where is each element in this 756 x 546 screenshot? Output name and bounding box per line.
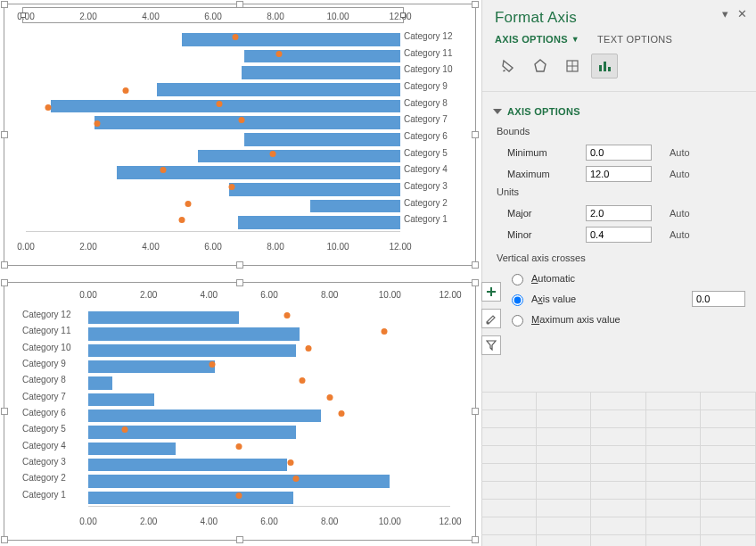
data-point[interactable] [284, 312, 291, 318]
resize-handle[interactable] [472, 536, 479, 543]
data-point[interactable] [236, 443, 242, 450]
resize-handle[interactable] [1, 1, 8, 8]
major-auto-button[interactable]: Auto [666, 206, 694, 220]
grid-cell[interactable] [481, 517, 537, 535]
grid-cell[interactable] [537, 410, 592, 428]
data-bar[interactable] [88, 475, 390, 487]
grid-cell[interactable] [591, 482, 646, 500]
grid-cell[interactable] [537, 500, 592, 517]
data-point[interactable] [326, 394, 333, 401]
grid-cell[interactable] [646, 517, 702, 535]
grid-cell[interactable] [701, 482, 756, 500]
resize-handle[interactable] [472, 1, 479, 8]
section-axis-options[interactable]: AXIS OPTIONS [493, 103, 745, 124]
data-bar[interactable] [244, 133, 400, 146]
grid-cell[interactable] [481, 500, 537, 517]
minimum-input[interactable] [586, 145, 652, 161]
data-point[interactable] [123, 87, 129, 94]
grid-cell[interactable] [701, 517, 756, 535]
vc-axis-value-radio[interactable] [512, 294, 523, 306]
data-point[interactable] [94, 120, 101, 127]
data-bar[interactable] [242, 66, 401, 79]
data-point[interactable] [238, 117, 244, 123]
data-bar[interactable] [117, 166, 401, 179]
data-bar[interactable] [88, 344, 296, 357]
grid-cell[interactable] [481, 428, 537, 446]
data-bar[interactable] [88, 360, 215, 373]
resize-handle[interactable] [236, 261, 243, 269]
vc-automatic-label[interactable]: Automatic [531, 273, 575, 284]
grid-cell[interactable] [537, 535, 592, 546]
grid-cell[interactable] [481, 482, 537, 500]
grid-cell[interactable] [701, 410, 756, 428]
tab-text-options[interactable]: TEXT OPTIONS [597, 34, 672, 45]
grid-cell[interactable] [646, 535, 702, 546]
data-point[interactable] [209, 361, 215, 368]
grid-cell[interactable] [646, 410, 702, 428]
data-bar[interactable] [88, 376, 112, 389]
data-point[interactable] [381, 328, 387, 335]
vc-maximum-label[interactable]: Maximum axis value [531, 314, 620, 325]
vc-maximum-radio[interactable] [512, 315, 523, 327]
data-point[interactable] [179, 217, 185, 223]
data-bar[interactable] [88, 327, 300, 340]
data-point[interactable] [275, 51, 282, 57]
data-bar[interactable] [88, 443, 176, 455]
resize-handle[interactable] [236, 279, 243, 286]
data-bar[interactable] [157, 83, 400, 96]
grid-cell[interactable] [701, 393, 756, 410]
chart-top[interactable]: 0.002.004.006.008.0010.0012.000.002.004.… [4, 4, 476, 266]
data-bar[interactable] [88, 492, 293, 504]
chart-styles-button[interactable] [481, 309, 501, 328]
grid-cell[interactable] [591, 446, 646, 464]
grid-cell[interactable] [591, 535, 646, 546]
grid-cell[interactable] [701, 428, 756, 446]
grid-cell[interactable] [537, 446, 592, 464]
spreadsheet-grid[interactable] [481, 392, 756, 546]
data-bar[interactable] [310, 200, 401, 213]
data-point[interactable] [160, 167, 167, 173]
data-point[interactable] [305, 345, 311, 352]
chart-bottom[interactable]: 0.002.004.006.008.0010.0012.000.002.004.… [4, 282, 476, 541]
vc-axis-value-label[interactable]: Axis value [531, 294, 576, 304]
grid-cell[interactable] [591, 464, 646, 482]
effects-icon[interactable] [527, 54, 554, 79]
grid-cell[interactable] [701, 535, 756, 546]
data-bar[interactable] [244, 50, 400, 63]
grid-cell[interactable] [537, 464, 592, 482]
data-point[interactable] [339, 410, 345, 417]
grid-cell[interactable] [646, 428, 702, 446]
data-point[interactable] [232, 34, 238, 40]
grid-cell[interactable] [481, 464, 537, 482]
data-bar[interactable] [88, 393, 154, 406]
resize-handle[interactable] [472, 279, 479, 286]
resize-handle[interactable] [1, 536, 8, 543]
grid-cell[interactable] [646, 446, 702, 464]
grid-cell[interactable] [646, 482, 702, 500]
data-point[interactable] [121, 426, 127, 433]
fill-line-icon[interactable] [495, 54, 522, 79]
grid-cell[interactable] [537, 482, 592, 500]
grid-cell[interactable] [701, 500, 756, 517]
minor-auto-button[interactable]: Auto [666, 228, 694, 242]
minimum-auto-button[interactable]: Auto [666, 145, 694, 160]
grid-cell[interactable] [591, 393, 646, 410]
grid-cell[interactable] [481, 535, 537, 546]
data-bar[interactable] [198, 150, 401, 163]
grid-cell[interactable] [591, 517, 646, 535]
data-bar[interactable] [238, 216, 400, 229]
vc-axis-value-input[interactable] [692, 291, 745, 307]
data-point[interactable] [236, 492, 242, 499]
data-point[interactable] [293, 476, 300, 482]
maximum-input[interactable] [586, 166, 652, 182]
axis-options-icon[interactable] [591, 54, 618, 79]
grid-cell[interactable] [537, 517, 592, 535]
grid-cell[interactable] [537, 393, 592, 410]
grid-cell[interactable] [481, 393, 537, 410]
pane-close-icon[interactable]: ✕ [737, 7, 747, 21]
data-point[interactable] [229, 184, 235, 190]
data-point[interactable] [269, 151, 275, 157]
resize-handle[interactable] [1, 261, 8, 269]
grid-cell[interactable] [591, 500, 646, 517]
maximum-auto-button[interactable]: Auto [666, 167, 694, 181]
